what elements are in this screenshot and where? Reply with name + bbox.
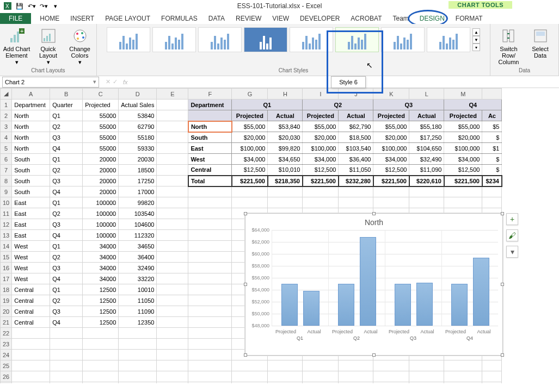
undo-icon[interactable]: ↶▾ bbox=[26, 1, 37, 11]
bar[interactable] bbox=[281, 284, 298, 326]
svg-rect-8 bbox=[44, 38, 45, 41]
tab-team[interactable]: Team bbox=[387, 13, 414, 24]
col-header[interactable]: J bbox=[339, 89, 373, 99]
svg-rect-2 bbox=[10, 38, 13, 42]
col-header[interactable]: L bbox=[409, 89, 444, 99]
chart-style-4[interactable] bbox=[244, 27, 287, 52]
switch-icon bbox=[500, 27, 518, 45]
col-header[interactable]: D bbox=[119, 89, 157, 99]
styles-more[interactable]: ▾ bbox=[472, 43, 480, 51]
excel-icon[interactable]: X bbox=[2, 1, 13, 11]
col-header[interactable] bbox=[482, 89, 502, 99]
select-all[interactable]: ◢ bbox=[1, 89, 12, 99]
select-data-button[interactable]: Select Data bbox=[525, 27, 556, 65]
tab-data[interactable]: DATA bbox=[203, 13, 230, 24]
col-header[interactable]: C bbox=[83, 89, 119, 99]
bar[interactable] bbox=[473, 258, 489, 326]
pivot-corner: Department bbox=[188, 99, 232, 110]
bar[interactable] bbox=[338, 284, 354, 326]
quick-layout-button[interactable]: Quick Layout▾ bbox=[33, 27, 64, 65]
col-header[interactable]: M bbox=[444, 89, 482, 99]
svg-rect-19 bbox=[536, 32, 545, 36]
col-header[interactable]: K bbox=[373, 89, 409, 99]
bar[interactable] bbox=[360, 237, 376, 326]
group-chart-layouts: Chart Layouts bbox=[31, 67, 65, 74]
chart-floating-buttons: + 🖌 ▾ bbox=[506, 213, 518, 258]
tab-developer[interactable]: DEVELOPER bbox=[294, 13, 345, 24]
svg-rect-10 bbox=[49, 34, 51, 41]
add-element-icon: + bbox=[8, 27, 26, 45]
tab-acrobat[interactable]: ACROBAT bbox=[345, 13, 387, 24]
tab-view[interactable]: VIEW bbox=[267, 13, 294, 24]
switch-row-column-button[interactable]: Switch Row/ Column bbox=[494, 27, 524, 65]
group-data: Data bbox=[519, 67, 530, 74]
tab-format[interactable]: FORMAT bbox=[450, 13, 488, 24]
col-header[interactable]: I bbox=[303, 89, 339, 99]
cell[interactable]: Department bbox=[12, 99, 50, 110]
svg-point-14 bbox=[82, 36, 84, 39]
add-chart-element-button[interactable]: + Add Chart Element▾ bbox=[2, 27, 32, 65]
tab-page-layout[interactable]: PAGE LAYOUT bbox=[100, 13, 156, 24]
chart-style-7[interactable] bbox=[381, 27, 425, 52]
col-header[interactable]: H bbox=[268, 89, 303, 99]
chart-style-8[interactable] bbox=[427, 27, 470, 52]
col-header[interactable]: E bbox=[157, 89, 188, 99]
plot-area[interactable]: $48,000$50,000$52,000$54,000$56,000$58,0… bbox=[272, 230, 498, 326]
tab-insert[interactable]: INSERT bbox=[65, 13, 100, 24]
redo-icon[interactable]: ↷▾ bbox=[38, 1, 49, 11]
chart-styles-button[interactable]: 🖌 bbox=[506, 229, 518, 241]
save-icon[interactable]: 💾 bbox=[14, 1, 25, 11]
cell[interactable]: Actual Sales bbox=[119, 99, 157, 110]
col-header[interactable]: G bbox=[232, 89, 268, 99]
name-box[interactable]: Chart 2▾ bbox=[2, 77, 99, 88]
embedded-chart[interactable]: North $48,000$50,000$52,000$54,000$56,00… bbox=[245, 213, 503, 356]
svg-text:X: X bbox=[5, 3, 9, 9]
tab-design[interactable]: DESIGN bbox=[414, 13, 450, 24]
svg-text:+: + bbox=[20, 28, 23, 34]
tooltip-style6: Style 6 bbox=[331, 76, 366, 88]
tab-formulas[interactable]: FORMULAS bbox=[156, 13, 203, 24]
styles-scroll-down[interactable]: ▼ bbox=[472, 36, 480, 43]
chart-style-6[interactable] bbox=[335, 27, 379, 52]
tab-file[interactable]: FILE bbox=[0, 13, 31, 24]
quick-layout-icon bbox=[40, 27, 57, 45]
bar[interactable] bbox=[451, 284, 468, 326]
x-sub-labels: ProjectedActualProjectedActualProjectedA… bbox=[272, 329, 498, 334]
chart-style-5[interactable] bbox=[290, 27, 333, 52]
col-header[interactable]: A bbox=[12, 89, 50, 99]
svg-rect-4 bbox=[17, 32, 19, 42]
bar[interactable] bbox=[303, 291, 320, 326]
col-header[interactable]: B bbox=[50, 89, 83, 99]
ribbon: + Add Chart Element▾ Quick Layout▾ Chang… bbox=[0, 24, 559, 76]
chart-styles-gallery bbox=[106, 25, 471, 52]
styles-scroll-up[interactable]: ▲ bbox=[472, 28, 480, 36]
col-header[interactable]: F bbox=[188, 89, 232, 99]
bar[interactable] bbox=[395, 284, 411, 326]
window-title: ESS-101-Tutorial.xlsx - Excel bbox=[237, 2, 322, 10]
tab-home[interactable]: HOME bbox=[34, 13, 65, 24]
chart-filters-button[interactable]: ▾ bbox=[506, 246, 518, 258]
worksheet-grid[interactable]: ◢ABCDEFGHIJKLM1DepartmentQuarterProjecte… bbox=[0, 88, 559, 383]
svg-point-13 bbox=[81, 32, 83, 34]
fx-icon[interactable]: fx bbox=[123, 79, 128, 85]
bar[interactable] bbox=[416, 283, 433, 326]
ribbon-tabs: FILE HOME INSERT PAGE LAYOUT FORMULAS DA… bbox=[0, 12, 559, 24]
svg-rect-9 bbox=[46, 36, 48, 41]
cancel-icon[interactable]: ✕ bbox=[106, 78, 110, 85]
tab-review[interactable]: REVIEW bbox=[230, 13, 267, 24]
cell[interactable]: Quarter bbox=[50, 99, 83, 110]
chart-style-2[interactable] bbox=[152, 27, 196, 52]
svg-point-12 bbox=[76, 33, 78, 35]
svg-rect-16 bbox=[503, 30, 507, 42]
enter-icon[interactable]: ✓ bbox=[113, 78, 118, 85]
formula-bar: Chart 2▾ ✕ ✓ fx bbox=[0, 76, 559, 88]
cell[interactable]: Projected bbox=[83, 99, 119, 110]
svg-point-15 bbox=[77, 38, 79, 40]
chart-style-1[interactable] bbox=[107, 27, 150, 52]
change-colors-button[interactable]: Change Colors▾ bbox=[65, 27, 95, 65]
chart-elements-button[interactable]: + bbox=[506, 213, 518, 225]
chart-style-3[interactable] bbox=[198, 27, 242, 52]
svg-rect-17 bbox=[509, 30, 514, 42]
qat-dropdown-icon[interactable]: ▾ bbox=[50, 1, 61, 11]
chart-title[interactable]: North bbox=[245, 214, 502, 227]
